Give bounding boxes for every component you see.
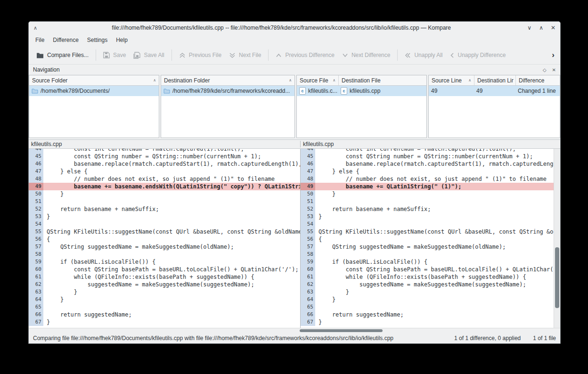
next-difference-button[interactable]: Next Difference bbox=[338, 49, 394, 61]
difference-row[interactable]: 49 49 Changed 1 line bbox=[429, 86, 560, 96]
unapply-difference-button[interactable]: Unapply Difference bbox=[446, 49, 509, 61]
source-folder-row[interactable]: /home/fhek789/Documents/ bbox=[29, 86, 159, 96]
vertical-scrollbar[interactable] bbox=[554, 149, 560, 328]
line-text: return suggestedName; bbox=[315, 311, 560, 318]
previous-file-button[interactable]: Previous File bbox=[175, 49, 225, 61]
previous-difference-label: Previous Difference bbox=[285, 52, 335, 58]
line-number: 45 bbox=[29, 153, 43, 160]
save-all-button[interactable]: Save All bbox=[130, 49, 168, 62]
code-line: 58 bbox=[29, 251, 300, 258]
close-button[interactable]: ✕ bbox=[551, 24, 555, 31]
source-folder-column-header[interactable]: Source Folder ∧ bbox=[29, 75, 159, 85]
file-pair-row[interactable]: c kfileutils.c... c kfileutils.cpp bbox=[297, 86, 426, 96]
previous-difference-button[interactable]: Previous Difference bbox=[272, 49, 338, 61]
code-line: 49 basename += basename.endsWith(QLatin1… bbox=[29, 183, 300, 190]
line-number: 46 bbox=[29, 160, 43, 168]
save-button[interactable]: Save bbox=[99, 49, 130, 61]
line-number: 65 bbox=[301, 303, 315, 311]
horizontal-scrollbar[interactable] bbox=[29, 328, 560, 333]
kompare-window: ∧ file:///home/fhek789/Documents/kfileut… bbox=[28, 21, 561, 344]
line-text: } else { bbox=[315, 168, 560, 175]
minimize-button[interactable]: ∨ bbox=[527, 24, 531, 31]
double-chevron-left-icon bbox=[405, 52, 411, 58]
destination-code-pane[interactable]: 44 const int currentNum = rmatch.capture… bbox=[301, 149, 560, 328]
code-line: 54 bbox=[301, 220, 560, 228]
code-line: 50 } bbox=[29, 190, 300, 198]
line-number: 52 bbox=[301, 205, 315, 213]
panel-empty-area bbox=[429, 96, 560, 138]
code-line: 52 return basename + nameSuffix; bbox=[301, 205, 560, 213]
line-text: if (baseURL.isLocalFile()) { bbox=[43, 258, 300, 266]
dock-float-icon[interactable]: ◇ bbox=[543, 67, 547, 73]
line-number: 45 bbox=[301, 153, 315, 160]
difference-column-header[interactable]: Difference bbox=[515, 75, 560, 85]
next-difference-label: Next Difference bbox=[351, 52, 390, 58]
line-number: 47 bbox=[301, 168, 315, 175]
line-text bbox=[43, 220, 300, 228]
destination-folder-row[interactable]: /home/fhek789/kde/src/frameworks/kcoread… bbox=[161, 86, 294, 96]
line-number: 50 bbox=[301, 190, 315, 198]
line-text bbox=[315, 198, 560, 205]
line-text: { bbox=[43, 236, 300, 243]
line-text: basename += QLatin1String(" (1)"); bbox=[315, 183, 560, 190]
source-line-column-header[interactable]: Source Line ∧ bbox=[429, 75, 474, 85]
line-number: 66 bbox=[301, 311, 315, 318]
line-number: 67 bbox=[301, 318, 315, 326]
panel-empty-area bbox=[297, 96, 426, 138]
destination-line-column-header[interactable]: Destination Lir bbox=[474, 75, 515, 85]
code-line: 61 while (QFileInfo::exists(basePath + s… bbox=[301, 273, 560, 281]
vertical-scrollbar-thumb[interactable] bbox=[555, 247, 559, 308]
line-text: QString suggestedName = makeSuggestedNam… bbox=[315, 243, 560, 251]
titlebar[interactable]: ∧ file:///home/fhek789/Documents/kfileut… bbox=[29, 22, 560, 34]
destination-folder-column-header[interactable]: Destination Folder ∧ bbox=[161, 75, 294, 85]
line-number: 44 bbox=[29, 149, 43, 153]
right-pane-title: kfileutils.cpp bbox=[301, 141, 560, 147]
destination-file-column-header[interactable]: Destination File bbox=[338, 75, 426, 85]
navigation-dock-title: Navigation bbox=[33, 66, 537, 73]
line-number: 56 bbox=[29, 236, 43, 243]
line-number: 60 bbox=[29, 266, 43, 273]
toolbar-overflow-button[interactable]: › bbox=[550, 50, 556, 60]
line-number: 51 bbox=[301, 198, 315, 205]
menu-help[interactable]: Help bbox=[112, 35, 132, 45]
code-line: 58 bbox=[301, 251, 560, 258]
save-label: Save bbox=[113, 52, 126, 58]
code-line: 53 } bbox=[29, 213, 300, 220]
code-line: 55 QString KFileUtils::suggestName(const… bbox=[301, 228, 560, 236]
chevron-down-icon bbox=[342, 53, 348, 57]
save-icon bbox=[103, 52, 110, 58]
line-text: basename += basename.endsWith(QLatin1Str… bbox=[43, 183, 300, 190]
dock-close-icon[interactable]: ✕ bbox=[552, 67, 556, 73]
compare-files-label: Compare Files... bbox=[47, 52, 89, 58]
navigation-dock-titlebar: Navigation ◇ ✕ bbox=[29, 65, 560, 75]
code-line: 67 } bbox=[29, 318, 300, 326]
horizontal-scrollbar-thumb[interactable] bbox=[300, 329, 383, 332]
maximize-button[interactable]: ∧ bbox=[539, 24, 543, 31]
line-number: 47 bbox=[29, 168, 43, 175]
line-number: 53 bbox=[29, 213, 43, 220]
chevron-left-icon bbox=[450, 52, 454, 58]
line-number: 54 bbox=[29, 220, 43, 228]
line-number: 57 bbox=[29, 243, 43, 251]
code-line: 57 QString suggestedName = makeSuggested… bbox=[29, 243, 300, 251]
unapply-all-button[interactable]: Unapply All bbox=[401, 49, 446, 61]
line-number: 49 bbox=[301, 183, 315, 190]
source-code-pane[interactable]: 44 const int currentNum = rmatch.capture… bbox=[29, 149, 301, 328]
line-text: QString KFileUtils::suggestName(const QU… bbox=[315, 228, 560, 236]
line-number: 59 bbox=[301, 258, 315, 266]
source-file-column-header[interactable]: Source File ∧ bbox=[297, 75, 338, 85]
sort-ascending-icon: ∧ bbox=[150, 78, 156, 82]
line-number: 46 bbox=[301, 160, 315, 168]
code-line: 55 QString KFileUtils::suggestName(const… bbox=[29, 228, 300, 236]
menu-difference[interactable]: Difference bbox=[49, 35, 82, 45]
code-line: 57 QString suggestedName = makeSuggested… bbox=[301, 243, 560, 251]
chevron-up-icon bbox=[276, 53, 282, 57]
destination-line-value: 49 bbox=[476, 88, 482, 94]
menu-settings[interactable]: Settings bbox=[83, 35, 112, 45]
next-file-button[interactable]: Next File bbox=[225, 49, 265, 61]
compare-files-button[interactable]: Compare Files... bbox=[33, 49, 92, 61]
code-line: 44 const int currentNum = rmatch.capture… bbox=[301, 149, 560, 153]
menu-file[interactable]: File bbox=[31, 35, 49, 45]
line-text: } bbox=[315, 318, 560, 326]
line-number: 56 bbox=[301, 236, 315, 243]
